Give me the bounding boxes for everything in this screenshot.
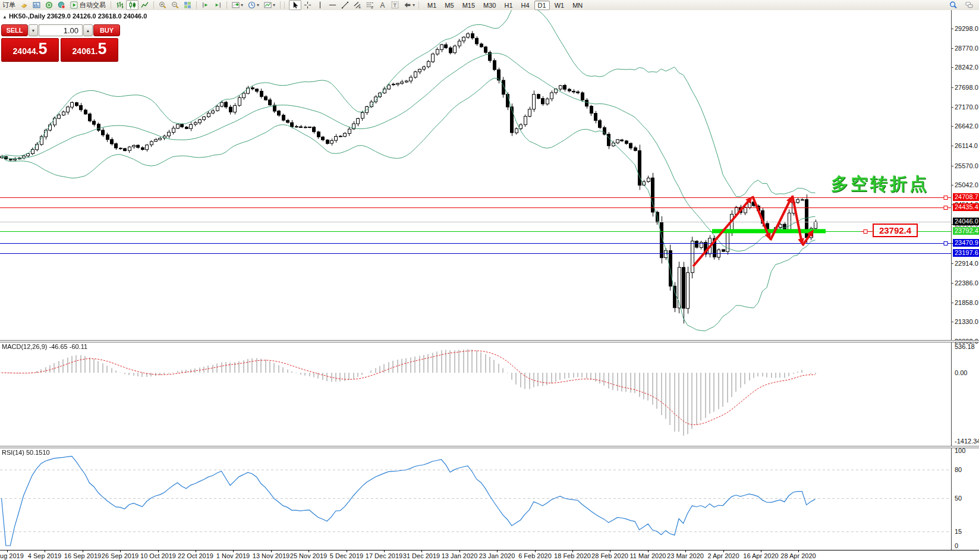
timeframe-button-h1[interactable]: H1 <box>500 1 516 10</box>
dropdown-caret-icon[interactable]: ▾ <box>241 2 243 8</box>
new-order-icon[interactable] <box>18 0 30 10</box>
chart-shift-icon[interactable] <box>212 0 224 10</box>
price-tickmark <box>952 166 953 166</box>
buy-price-tile[interactable]: 24061.5 <box>61 38 118 62</box>
price-tick-label: 21858.0 <box>955 299 978 306</box>
dropdown-caret-icon[interactable]: ▾ <box>273 2 275 8</box>
channel-icon[interactable]: E <box>351 0 364 10</box>
text-label-icon[interactable]: T <box>389 0 401 10</box>
tile-windows-icon[interactable] <box>181 0 194 10</box>
cursor-icon[interactable] <box>289 0 301 10</box>
orders-button[interactable]: 订单 <box>0 0 18 10</box>
time-axis[interactable]: 3 Aug 20194 Sep 201916 Sep 201926 Sep 20… <box>0 550 979 560</box>
chart-window-icon[interactable] <box>30 0 43 10</box>
shapes-icon[interactable]: ▾ <box>401 0 417 10</box>
volume-decrease-button[interactable]: ▼ <box>29 24 38 36</box>
svg-text:F: F <box>371 6 373 9</box>
auto-scroll-icon[interactable] <box>199 0 212 10</box>
toolbar-grip[interactable] <box>418 2 421 8</box>
dropdown-caret-icon[interactable]: ▾ <box>257 2 259 8</box>
indicators-icon[interactable]: ▾ <box>229 0 245 10</box>
timeframe-button-d1[interactable]: D1 <box>534 1 550 10</box>
toolbar-separator <box>153 1 154 9</box>
timeframe-button-m15[interactable]: M15 <box>459 1 479 10</box>
toolbar-grip[interactable] <box>284 2 287 8</box>
horizontal-line-icon[interactable] <box>326 0 339 10</box>
price-tickmark <box>952 67 953 68</box>
line-chart-icon[interactable] <box>138 0 151 10</box>
buy-price: 24061. <box>73 42 98 60</box>
pane-resize-handle-macd[interactable] <box>0 340 979 342</box>
candlestick-chart-icon[interactable] <box>126 0 138 10</box>
toolbar-separator <box>111 1 111 9</box>
main-chart-canvas[interactable] <box>0 10 951 341</box>
rsi-pane-canvas[interactable] <box>0 448 951 550</box>
date-tick-label: 10 Oct 2019 <box>140 552 176 559</box>
timeframe-button-mn[interactable]: MN <box>569 1 586 10</box>
text-icon[interactable]: A <box>376 0 389 10</box>
price-tick-label: 26642.0 <box>955 122 978 130</box>
volume-increase-button[interactable]: ▲ <box>83 24 93 36</box>
buy-button[interactable]: BUY <box>93 24 120 36</box>
sell-button[interactable]: SELL <box>1 24 28 36</box>
sell-price-tile[interactable]: 24044.5 <box>1 38 59 62</box>
crosshair-icon[interactable] <box>301 0 314 10</box>
price-level-chip: 24046.0 <box>953 218 979 225</box>
bar-chart-icon[interactable] <box>114 0 126 10</box>
price-tickmark <box>952 87 953 88</box>
data-window-icon[interactable] <box>55 0 68 10</box>
toolbar-separator <box>226 1 227 9</box>
date-tick-label: 22 Oct 2019 <box>178 552 213 559</box>
price-tickmark <box>952 303 953 303</box>
price-level-chip: 24435.4 <box>953 203 979 211</box>
chart-workspace: ▲HK50-,Daily 23629.0 24126.0 23618.0 240… <box>0 10 979 560</box>
date-tick-label: 25 Nov 2019 <box>290 552 327 559</box>
search-icon[interactable] <box>947 0 959 10</box>
timeframe-button-w1[interactable]: W1 <box>551 1 568 10</box>
collapse-panel-icon[interactable]: ▲ <box>2 14 7 20</box>
auto-trading-button-label: 自动交易 <box>80 1 106 10</box>
rsi-axis-label: 0 <box>955 542 958 549</box>
date-tick-label: 23 Jan 2020 <box>479 552 515 559</box>
date-tick-label: 16 Apr 2020 <box>743 552 778 559</box>
sell-price-big-digit: 5 <box>38 40 47 58</box>
toolbar-separator <box>280 1 281 9</box>
date-tick-label: 17 Dec 2019 <box>366 552 402 559</box>
timeframe-button-m30[interactable]: M30 <box>480 1 499 10</box>
templates-icon[interactable]: ▾ <box>262 0 278 10</box>
macd-indicator-label: MACD(12,26,9) -46.65 -60.11 <box>2 343 87 350</box>
pane-resize-handle-rsi[interactable] <box>0 446 979 448</box>
price-axis[interactable]: 29298.028770.028242.027698.027170.026642… <box>951 10 979 550</box>
periods-icon[interactable]: ▾ <box>245 0 262 10</box>
price-tick-label: 27698.0 <box>955 84 978 91</box>
volume-input[interactable]: 1.00 <box>39 24 83 36</box>
price-tick-label: 25570.0 <box>955 162 978 169</box>
price-tickmark <box>952 29 953 29</box>
timeframe-button-m1[interactable]: M1 <box>424 1 440 10</box>
fibonacci-icon[interactable]: F <box>364 0 376 10</box>
zoom-out-icon[interactable] <box>169 0 181 10</box>
zoom-in-icon[interactable] <box>156 0 169 10</box>
toolbar: 订单自动交易▾▾▾EFAT▾M1M5M15M30H1H4D1W1MN <box>0 0 979 11</box>
date-tick-label: 5 Dec 2019 <box>330 552 363 559</box>
sell-price: 24044. <box>13 42 39 60</box>
price-tickmark <box>952 185 953 185</box>
price-tickmark <box>952 48 953 49</box>
market-watch-icon[interactable] <box>43 0 55 10</box>
one-click-trading-panel: SELL ▼ 1.00 ▲ BUY 24044.5 24061.5 <box>1 24 120 62</box>
timeframe-button-m5[interactable]: M5 <box>441 1 457 10</box>
dropdown-caret-icon[interactable]: ▾ <box>413 2 415 8</box>
price-level-chip: 24708.7 <box>953 193 979 201</box>
price-tickmark <box>952 146 953 146</box>
date-tick-label: 3 Aug 2019 <box>0 552 24 559</box>
macd-pane-canvas[interactable] <box>0 342 951 446</box>
trendline-icon[interactable] <box>339 0 351 10</box>
date-tick-label: 28 Apr 2020 <box>780 552 816 559</box>
symbol-ohlc-text: HK50-,Daily 23629.0 24126.0 23618.0 2404… <box>9 12 147 20</box>
vertical-line-icon[interactable] <box>314 0 326 10</box>
chat-icon[interactable] <box>963 0 975 10</box>
timeframe-button-h4[interactable]: H4 <box>518 1 533 10</box>
auto-trading-button[interactable]: 自动交易 <box>68 0 108 10</box>
mt4-terminal: 订单自动交易▾▾▾EFAT▾M1M5M15M30H1H4D1W1MN ▲HK50… <box>0 0 979 560</box>
price-tick-label: 22386.0 <box>955 279 978 287</box>
